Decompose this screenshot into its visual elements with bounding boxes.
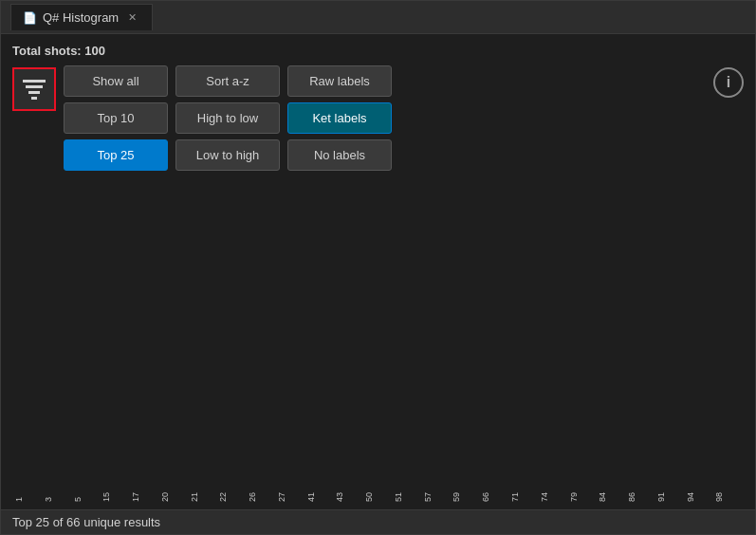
- info-button[interactable]: i: [713, 67, 744, 98]
- bar-label: 79: [569, 492, 597, 502]
- low-to-high-button[interactable]: Low to high: [175, 139, 280, 171]
- bar-label: 84: [598, 492, 625, 502]
- bar-label: 57: [423, 492, 451, 502]
- bar-label: 43: [335, 492, 362, 502]
- ket-labels-button[interactable]: Ket labels: [287, 102, 392, 134]
- svg-rect-3: [31, 97, 37, 100]
- tab-title: Q# Histogram: [43, 10, 119, 25]
- bar-label: 21: [190, 492, 217, 502]
- bar-label: 94: [686, 492, 713, 502]
- controls-row: Show all Top 10 Top 25 Sort a-z High to …: [12, 65, 744, 171]
- sort-group: Sort a-z High to low Low to high: [175, 65, 280, 171]
- tab-close-button[interactable]: ✕: [124, 9, 140, 26]
- histogram-filter-icon: [21, 76, 47, 102]
- bar-label: 74: [540, 492, 567, 502]
- bar-label: 86: [627, 492, 655, 502]
- svg-rect-0: [23, 80, 46, 83]
- filter-group: Show all Top 10 Top 25: [64, 65, 168, 171]
- labels-area: 1351517202122262741435051575966717479848…: [12, 475, 744, 502]
- total-shots-label: Total shots: 100: [12, 44, 744, 58]
- main-window: 📄 Q# Histogram ✕ Total shots: 100: [0, 0, 756, 535]
- chart-container: 1351517202122262741435051575966717479848…: [12, 182, 744, 502]
- bar-label: 26: [248, 492, 275, 502]
- bars-area: [12, 182, 744, 475]
- bar-label: 66: [481, 492, 508, 502]
- bar-label: 27: [277, 492, 304, 502]
- bar-label: 91: [656, 492, 684, 502]
- bar-label: 50: [364, 492, 392, 502]
- info-icon: i: [727, 74, 730, 91]
- bar-label: 20: [160, 492, 188, 502]
- bar-label: 51: [394, 492, 421, 502]
- raw-labels-button[interactable]: Raw labels: [287, 65, 392, 97]
- bar-label: 15: [101, 492, 129, 502]
- bar-label: 59: [452, 492, 479, 502]
- svg-rect-2: [28, 91, 40, 94]
- title-bar: 📄 Q# Histogram ✕: [1, 1, 755, 34]
- button-groups: Show all Top 10 Top 25 Sort a-z High to …: [64, 65, 706, 171]
- tab-histogram[interactable]: 📄 Q# Histogram ✕: [10, 4, 153, 30]
- bar-label: 22: [218, 492, 246, 502]
- sort-az-button[interactable]: Sort a-z: [175, 65, 280, 97]
- status-bar: Top 25 of 66 unique results: [1, 509, 755, 534]
- show-all-button[interactable]: Show all: [64, 65, 168, 97]
- bar-label: 5: [73, 497, 101, 502]
- top-25-button[interactable]: Top 25: [64, 139, 168, 171]
- bar-label: 71: [510, 492, 538, 502]
- high-to-low-button[interactable]: High to low: [175, 102, 280, 134]
- bar-label: 98: [714, 492, 742, 502]
- bar-label: 17: [131, 492, 158, 502]
- tab-document-icon: 📄: [23, 11, 37, 25]
- status-text: Top 25 of 66 unique results: [12, 515, 160, 529]
- top-10-button[interactable]: Top 10: [64, 102, 168, 134]
- chart-area: 1351517202122262741435051575966717479848…: [12, 182, 744, 502]
- bar-label: 1: [14, 497, 42, 502]
- no-labels-button[interactable]: No labels: [287, 139, 392, 171]
- filter-icon-button[interactable]: [12, 67, 56, 111]
- bar-label: 3: [44, 497, 71, 502]
- labels-group: Raw labels Ket labels No labels: [287, 65, 392, 171]
- bar-label: 41: [306, 492, 334, 502]
- svg-rect-1: [26, 85, 43, 88]
- main-content: Total shots: 100 Show all Top 10 Top 25: [1, 34, 755, 509]
